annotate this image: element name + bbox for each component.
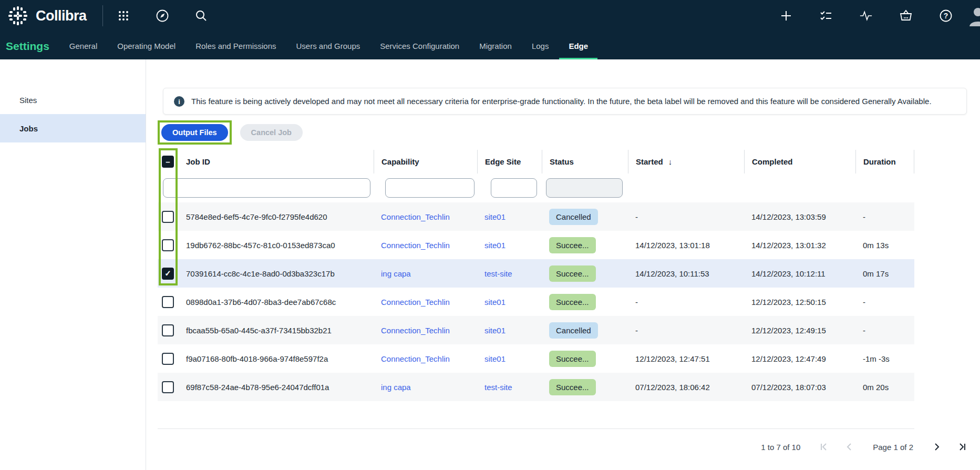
edge-site-link[interactable]: site01 xyxy=(484,298,506,306)
svg-text:?: ? xyxy=(944,12,948,20)
status-filter-select[interactable] xyxy=(546,178,623,198)
table-row[interactable]: f9a07168-80fb-4018-966a-974f8e597f2a Con… xyxy=(158,344,914,373)
sidebar-item-sites[interactable]: Sites xyxy=(0,86,146,114)
app-window: Collibra xyxy=(0,0,980,470)
row-checkbox[interactable] xyxy=(162,296,174,308)
duration-cell: 0m 13s xyxy=(855,241,914,250)
column-header-started-label: Started xyxy=(636,157,663,166)
row-checkbox[interactable] xyxy=(162,324,174,336)
pagination-summary: 1 to 7 of 10 xyxy=(761,443,800,452)
tab-users-and-groups[interactable]: Users and Groups xyxy=(296,42,360,59)
previous-page-icon[interactable] xyxy=(844,442,854,452)
job-id-cell: 70391614-cc8c-4c1e-8ad0-0d3ba323c17b xyxy=(182,269,374,278)
brand[interactable]: Collibra xyxy=(6,4,87,27)
search-icon[interactable] xyxy=(194,9,208,23)
column-header-completed[interactable]: Completed xyxy=(744,150,855,173)
edge-site-link[interactable]: site01 xyxy=(484,326,506,335)
column-header-capability[interactable]: Capability xyxy=(374,150,477,173)
duration-cell: 0m 20s xyxy=(855,383,914,392)
column-header-status[interactable]: Status xyxy=(542,150,628,173)
activity-pulse-icon[interactable] xyxy=(859,9,873,23)
job-id-cell: 19db6762-88bc-457c-81c0-0153ed873ca0 xyxy=(182,241,374,250)
capability-filter-input[interactable] xyxy=(385,178,474,198)
started-cell: 14/12/2023, 10:11:53 xyxy=(628,269,744,278)
started-cell: 07/12/2023, 18:06:42 xyxy=(628,383,744,392)
capability-link[interactable]: ing capa xyxy=(381,383,411,392)
completed-cell: 14/12/2023, 10:12:11 xyxy=(744,269,855,278)
job-id-cell: 69f87c58-24ae-4b78-95e6-24047dcff01a xyxy=(182,383,374,392)
completed-cell: 14/12/2023, 13:03:59 xyxy=(744,212,855,221)
capability-link[interactable]: Connection_Techlin xyxy=(381,298,450,306)
table-row[interactable]: ✓ 70391614-cc8c-4c1e-8ad0-0d3ba323c17b i… xyxy=(158,259,914,288)
page-indicator: Page 1 of 2 xyxy=(873,443,913,452)
table-row[interactable]: 19db6762-88bc-457c-81c0-0153ed873ca0 Con… xyxy=(158,231,914,259)
row-checkbox[interactable]: ✓ xyxy=(162,268,174,280)
apps-grid-icon[interactable] xyxy=(117,9,130,23)
capability-link[interactable]: ing capa xyxy=(381,269,411,278)
column-header-edge-site[interactable]: Edge Site xyxy=(477,150,542,173)
column-header-duration[interactable]: Duration xyxy=(855,150,914,173)
capability-link[interactable]: Connection_Techlin xyxy=(381,354,450,363)
jobs-content: i This feature is being actively develop… xyxy=(146,59,980,470)
tab-services-configuration[interactable]: Services Configuration xyxy=(380,42,459,59)
started-cell: - xyxy=(628,298,744,306)
table-row[interactable]: fbcaa55b-65a0-445c-a37f-73415bb32b21 Con… xyxy=(158,316,914,344)
row-checkbox[interactable] xyxy=(162,381,174,393)
started-cell: - xyxy=(628,212,744,221)
job-id-cell: f9a07168-80fb-4018-966a-974f8e597f2a xyxy=(182,354,374,363)
status-badge: Succee... xyxy=(549,294,596,310)
sidebar-item-jobs[interactable]: Jobs xyxy=(0,114,146,142)
row-checkbox[interactable] xyxy=(162,353,174,365)
duration-cell: - xyxy=(855,326,914,335)
edge-site-link[interactable]: test-site xyxy=(484,269,512,278)
capability-link[interactable]: Connection_Techlin xyxy=(381,241,450,250)
table-row[interactable]: 0898d0a1-37b6-4d07-8ba3-dee7ab67c68c Con… xyxy=(158,288,914,316)
column-header-started[interactable]: Started ↓ xyxy=(628,150,744,173)
status-badge: Succee... xyxy=(549,351,596,367)
output-files-button[interactable]: Output Files xyxy=(161,124,228,141)
job-id-cell: 5784e8ed-6ef5-4c7e-9fc0-f2795fe4d620 xyxy=(182,212,374,221)
edge-site-link[interactable]: test-site xyxy=(484,383,512,392)
tab-migration[interactable]: Migration xyxy=(479,42,512,59)
edge-site-link[interactable]: site01 xyxy=(484,354,506,363)
edge-site-link[interactable]: site01 xyxy=(484,212,506,221)
job-id-filter-input[interactable] xyxy=(163,178,370,198)
edge-site-link[interactable]: site01 xyxy=(484,241,506,250)
tab-general[interactable]: General xyxy=(69,42,97,59)
select-all-checkbox[interactable]: – xyxy=(162,156,174,168)
row-checkbox[interactable] xyxy=(162,239,174,251)
job-id-cell: fbcaa55b-65a0-445c-a37f-73415bb32b21 xyxy=(182,326,374,335)
started-cell: 12/12/2023, 12:47:51 xyxy=(628,354,744,363)
started-cell: 14/12/2023, 13:01:18 xyxy=(628,241,744,250)
duration-cell: -1m -3s xyxy=(855,354,914,363)
tab-operating-model[interactable]: Operating Model xyxy=(117,42,176,59)
completed-cell: 12/12/2023, 12:47:49 xyxy=(744,354,855,363)
column-header-job-id[interactable]: Job ID xyxy=(182,157,374,166)
page-title: Settings xyxy=(6,40,49,59)
last-page-icon[interactable] xyxy=(957,442,967,452)
completed-cell: 12/12/2023, 12:50:15 xyxy=(744,298,855,306)
table-row[interactable]: 69f87c58-24ae-4b78-95e6-24047dcff01a ing… xyxy=(158,373,914,401)
capability-link[interactable]: Connection_Techlin xyxy=(381,326,450,335)
table-row[interactable]: 5784e8ed-6ef5-4c7e-9fc0-f2795fe4d620 Con… xyxy=(158,202,914,231)
tab-edge[interactable]: Edge xyxy=(559,42,597,59)
cancel-job-button[interactable]: Cancel Job xyxy=(240,124,303,141)
tasks-checklist-icon[interactable] xyxy=(819,9,833,23)
tab-logs[interactable]: Logs xyxy=(532,42,549,59)
table-body: 5784e8ed-6ef5-4c7e-9fc0-f2795fe4d620 Con… xyxy=(158,202,914,401)
sort-descending-icon[interactable]: ↓ xyxy=(668,157,673,166)
completed-cell: 12/12/2023, 12:49:15 xyxy=(744,326,855,335)
first-page-icon[interactable] xyxy=(819,442,829,452)
top-bar: Collibra xyxy=(0,0,980,59)
compass-icon[interactable] xyxy=(156,9,169,23)
sidebar: Sites Jobs xyxy=(0,59,146,470)
help-icon[interactable]: ? xyxy=(939,9,953,23)
basket-icon[interactable] xyxy=(899,9,913,23)
next-page-icon[interactable] xyxy=(932,442,942,452)
capability-link[interactable]: Connection_Techlin xyxy=(381,212,450,221)
tab-roles-and-permissions[interactable]: Roles and Permissions xyxy=(195,42,276,59)
edge-site-filter-input[interactable] xyxy=(491,178,537,198)
add-plus-icon[interactable] xyxy=(779,9,793,23)
row-checkbox[interactable] xyxy=(162,211,174,223)
user-avatar[interactable] xyxy=(967,5,980,26)
